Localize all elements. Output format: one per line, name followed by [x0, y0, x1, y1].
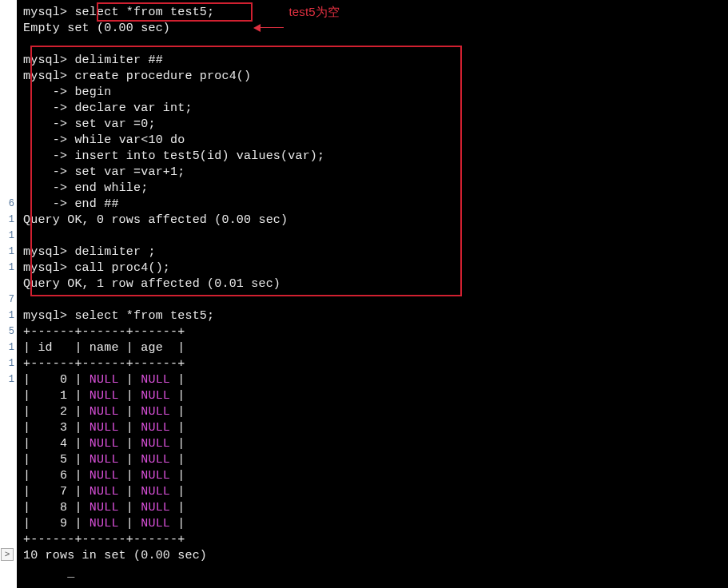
cont-line: -> set var =0; — [23, 117, 728, 133]
annotation-text: test5为空 — [269, 4, 340, 20]
cmd-line: mysql> call proc4(); — [23, 260, 728, 276]
cmd-line: mysql> select *from test5; — [23, 308, 728, 324]
table-border: +------+------+------+ — [23, 532, 728, 548]
prompt-cursor[interactable]: _ — [23, 566, 728, 582]
table-border: +------+------+------+ — [23, 356, 728, 372]
result-line: Empty set (0.00 sec) — [23, 21, 728, 37]
table-row: | 4 | NULL | NULL | — [23, 436, 728, 452]
cont-line: -> begin — [23, 85, 728, 101]
cont-line: -> declare var int; — [23, 101, 728, 117]
cont-line: -> while var<10 do — [23, 133, 728, 149]
table-row: | 8 | NULL | NULL | — [23, 500, 728, 516]
cmd-line: mysql> select *from test5; — [23, 5, 728, 21]
result-line: Query OK, 1 row affected (0.01 sec) — [23, 276, 728, 292]
table-row: | 6 | NULL | NULL | — [23, 468, 728, 484]
cont-line: -> end while; — [23, 181, 728, 197]
mysql-terminal[interactable]: test5为空 mysql> select *from test5; Empty… — [17, 0, 728, 588]
cont-line: -> set var =var+1; — [23, 165, 728, 181]
table-row: | 5 | NULL | NULL | — [23, 452, 728, 468]
cmd-line: mysql> delimiter ; — [23, 244, 728, 260]
cmd-line: mysql> delimiter ## — [23, 53, 728, 69]
table-row: | 7 | NULL | NULL | — [23, 484, 728, 500]
cont-line: -> insert into test5(id) values(var); — [23, 149, 728, 165]
table-row: | 9 | NULL | NULL | — [23, 516, 728, 532]
table-row: | 3 | NULL | NULL | — [23, 420, 728, 436]
result-line: 10 rows in set (0.00 sec) — [23, 548, 728, 564]
scroll-right-icon[interactable]: > — [1, 548, 14, 561]
cont-line: -> end ## — [23, 197, 728, 213]
result-line: Query OK, 0 rows affected (0.00 sec) — [23, 213, 728, 228]
table-row: | 0 | NULL | NULL | — [23, 372, 728, 388]
table-row: | 2 | NULL | NULL | — [23, 404, 728, 420]
table-row: | 1 | NULL | NULL | — [23, 388, 728, 404]
table-header: | id | name | age | — [23, 340, 728, 356]
cmd-line: mysql> create procedure proc4() — [23, 69, 728, 85]
line-number-gutter: 6 1 1 1 1 7 1 5 1 1 1 > — [0, 0, 17, 588]
table-border: +------+------+------+ — [23, 324, 728, 340]
